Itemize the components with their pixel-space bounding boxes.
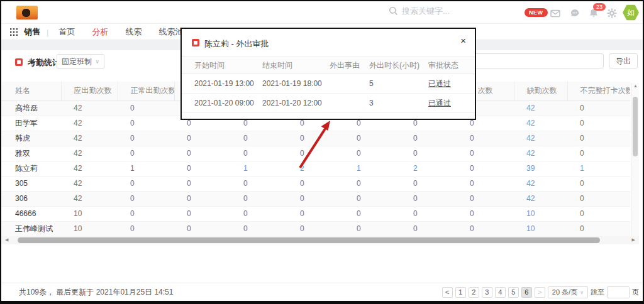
approval-status-cell[interactable]: 已通过 xyxy=(416,94,475,113)
count-link-cell[interactable]: 2 xyxy=(287,161,344,176)
gear-icon[interactable] xyxy=(606,8,618,19)
horizontal-scrollbar[interactable]: ◀ ▶ xyxy=(1,236,639,244)
page-button-4[interactable]: 4 xyxy=(495,287,506,298)
outing-table: 开始时间结束时间外出事由外出时长(小时)审批状态 2021-01-19 13:0… xyxy=(182,57,475,113)
page-title: 考勤统计 xyxy=(28,57,60,68)
page-size-select[interactable]: 20 条/页 ∨ xyxy=(548,286,588,298)
page-button-5[interactable]: 5 xyxy=(508,287,519,298)
scroll-left-icon[interactable]: ◀ xyxy=(5,237,8,242)
modal-table-body: 2021-01-19 13:002021-01-19 18:005已通过2021… xyxy=(182,74,475,113)
count-link-cell[interactable]: 42 xyxy=(514,191,567,206)
nav-item-线索[interactable]: 线索 xyxy=(125,26,142,38)
count-link-cell[interactable]: 2 xyxy=(401,161,457,176)
count-cell: 0 xyxy=(401,176,457,191)
nav-item-分析[interactable]: 分析 xyxy=(92,26,108,38)
scroll-up-icon[interactable]: ▲ xyxy=(631,84,640,88)
table-row: 306420000000420 xyxy=(1,191,630,206)
count-link-cell[interactable]: 1 xyxy=(344,161,401,176)
page-button-1[interactable]: 1 xyxy=(455,287,466,298)
record-summary: 共109条， 最后更新于 2021年01月25日 14:51 xyxy=(19,283,173,301)
table-row: 雅双420000000420 xyxy=(1,146,630,161)
count-cell: 0 xyxy=(344,191,401,206)
shift-type-value: 固定班制 xyxy=(62,57,92,67)
modal-header: 陈立莉 - 外出审批 × xyxy=(182,29,475,57)
company-logo[interactable] xyxy=(16,6,38,19)
count-link-cell[interactable]: 1 xyxy=(231,161,287,176)
count-cell: 0 xyxy=(567,116,630,131)
export-button[interactable]: 导出 xyxy=(609,53,638,68)
count-link-cell[interactable]: 42 xyxy=(514,116,567,131)
name-cell: 陈立莉 xyxy=(1,161,61,176)
page-button-6[interactable]: 6 xyxy=(521,287,532,298)
horizontal-scroll-thumb[interactable] xyxy=(18,237,600,243)
name-cell: 韩虎 xyxy=(1,131,61,146)
count-cell: 0 xyxy=(567,131,630,146)
count-cell: 0 xyxy=(174,146,231,161)
prev-page-button[interactable]: < xyxy=(442,287,453,298)
nav-item-首页[interactable]: 首页 xyxy=(58,26,75,38)
count-cell: 42 xyxy=(61,176,118,191)
chevron-down-icon: ∨ xyxy=(95,58,99,65)
count-cell: 0 xyxy=(344,131,401,146)
modal-table-row: 2021-01-19 13:002021-01-19 18:005已通过 xyxy=(182,74,475,94)
count-cell: 42 xyxy=(61,100,118,116)
count-link-cell[interactable]: 42 xyxy=(514,131,567,146)
count-cell: 0 xyxy=(118,176,174,191)
count-link-cell[interactable]: 42 xyxy=(514,100,567,116)
nav-divider: | xyxy=(47,28,48,37)
vertical-scrollbar[interactable]: ▲ ▼ xyxy=(631,83,639,244)
close-icon[interactable]: × xyxy=(460,36,466,45)
shift-type-select[interactable]: 固定班制 ∨ xyxy=(57,54,104,69)
name-cell: 王伟峰测试 xyxy=(1,221,61,236)
column-header: 姓名 xyxy=(1,82,61,100)
table-row: 王伟峰测试100000000100 xyxy=(1,221,630,236)
search-input[interactable] xyxy=(402,6,509,16)
count-cell: 42 xyxy=(61,116,118,131)
count-cell: 0 xyxy=(567,221,630,236)
column-header: 正常出勤次数 xyxy=(118,82,174,100)
count-cell: 0 xyxy=(344,221,401,236)
avatar[interactable]: 如 xyxy=(623,4,639,21)
count-cell: 0 xyxy=(287,131,344,146)
count-cell: 0 xyxy=(231,146,287,161)
count-cell: 0 xyxy=(287,176,344,191)
count-cell: 0 xyxy=(457,221,514,236)
name-cell: 田学军 xyxy=(1,116,61,131)
count-cell: 0 xyxy=(457,206,514,221)
page-button-2[interactable]: 2 xyxy=(469,287,479,298)
pagination: < 123456 > 20 条/页 ∨ 跳至 页 xyxy=(442,283,639,301)
page-button-3[interactable]: 3 xyxy=(482,287,492,298)
nav-item-线索池[interactable]: 线索池 xyxy=(158,26,183,38)
jump-page-input[interactable] xyxy=(607,286,630,298)
count-link-cell[interactable]: 42 xyxy=(514,176,567,191)
count-link-cell[interactable]: 10 xyxy=(514,206,567,221)
count-link-cell[interactable]: 42 xyxy=(514,146,567,161)
count-cell: 0 xyxy=(174,191,231,206)
count-link-cell[interactable]: 1 xyxy=(567,161,630,176)
approval-status-cell[interactable]: 已通过 xyxy=(416,74,475,94)
count-cell: 0 xyxy=(401,191,457,206)
app-switcher-label[interactable]: 销售 xyxy=(24,26,40,38)
modal-cell: 2021-01-20 09:00 xyxy=(182,94,250,113)
count-cell: 0 xyxy=(457,191,514,206)
count-link-cell[interactable]: 39 xyxy=(514,161,567,176)
count-cell: 0 xyxy=(344,206,401,221)
page-buttons: 123456 xyxy=(455,287,532,298)
count-cell: 0 xyxy=(287,221,344,236)
name-cell: 46666 xyxy=(1,206,61,221)
count-cell: 0 xyxy=(118,221,174,236)
chat-icon[interactable] xyxy=(569,8,580,19)
mail-icon[interactable] xyxy=(550,8,561,19)
count-cell: 0 xyxy=(231,221,287,236)
next-page-button[interactable]: > xyxy=(535,287,545,298)
count-cell: 42 xyxy=(61,191,118,206)
column-header: 缺勤次数 xyxy=(514,82,567,100)
count-cell: 0 xyxy=(457,176,514,191)
count-cell: 0 xyxy=(231,176,287,191)
count-link-cell[interactable]: 10 xyxy=(514,221,567,236)
apps-grid-icon[interactable] xyxy=(10,28,18,36)
scroll-right-icon[interactable]: ▶ xyxy=(632,237,635,242)
name-cell: 305 xyxy=(1,176,61,191)
vertical-scroll-thumb[interactable] xyxy=(633,97,638,156)
count-cell: 0 xyxy=(174,221,231,236)
